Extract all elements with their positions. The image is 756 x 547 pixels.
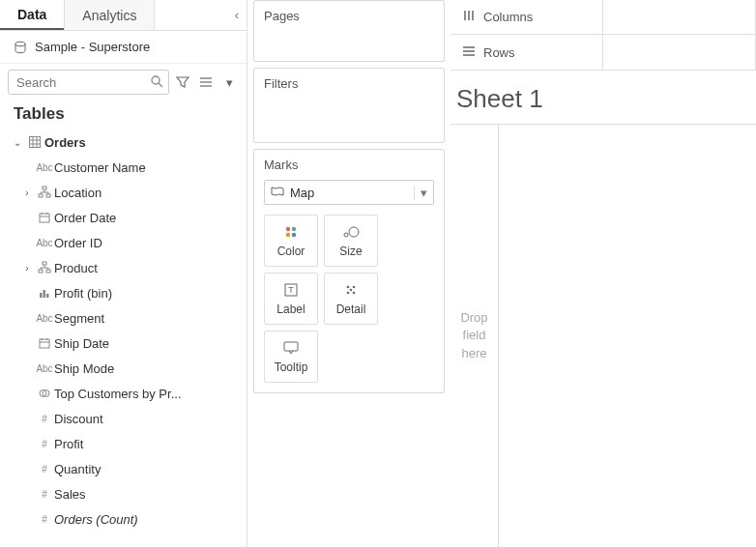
collapse-icon[interactable]: ⌄ (10, 137, 25, 148)
date-icon (35, 337, 54, 349)
svg-rect-18 (43, 262, 46, 265)
marks-detail[interactable]: Detail (324, 273, 378, 325)
rows-shelf[interactable]: Rows (451, 35, 756, 70)
field-profit-bin[interactable]: Profit (bin) (0, 280, 247, 305)
field-profit[interactable]: #Profit (0, 431, 247, 456)
svg-line-2 (159, 83, 162, 87)
svg-point-33 (292, 233, 296, 237)
viz-canvas[interactable] (499, 124, 756, 547)
histogram-icon (35, 287, 54, 299)
svg-rect-22 (44, 290, 46, 298)
marks-size-label: Size (339, 245, 362, 258)
mark-type-label: Map (290, 186, 314, 200)
chevron-down-icon: ▾ (414, 186, 427, 200)
svg-rect-23 (46, 294, 49, 298)
abc-icon: Abc (35, 162, 54, 173)
datasource-icon (14, 41, 27, 54)
tab-data[interactable]: Data (0, 0, 64, 30)
view-list-icon[interactable] (196, 72, 216, 92)
marks-label-label: Label (276, 302, 305, 316)
table-label: Orders (44, 135, 241, 150)
field-label: Sales (54, 487, 241, 502)
abc-icon: Abc (35, 363, 54, 374)
marks-detail-label: Detail (336, 302, 366, 316)
search-icon (150, 74, 163, 91)
number-icon: # (35, 439, 54, 449)
field-label: Ship Date (54, 336, 241, 351)
filters-title: Filters (254, 69, 444, 99)
svg-rect-14 (40, 214, 49, 222)
worksheet-pane: Columns Rows Sheet 1 Dropfieldhere (451, 0, 756, 547)
field-label: Ship Mode (54, 361, 241, 376)
number-icon: # (35, 464, 54, 475)
field-tree: ⌄ Orders AbcCustomer Name ›Location Orde… (0, 130, 247, 547)
data-toolbar: ▾ (0, 64, 247, 101)
datasource-row[interactable]: Sample - Superstore (0, 31, 247, 64)
search-input[interactable] (8, 70, 169, 95)
svg-point-34 (344, 233, 348, 237)
pages-card[interactable]: Pages (253, 0, 445, 62)
filters-card[interactable]: Filters (253, 68, 445, 143)
marks-title: Marks (254, 150, 444, 180)
mark-type-dropdown[interactable]: Map ▾ (264, 180, 434, 205)
pages-title: Pages (254, 1, 444, 31)
table-orders[interactable]: ⌄ Orders (0, 130, 247, 155)
svg-point-41 (347, 292, 350, 295)
svg-rect-13 (46, 194, 50, 197)
marks-tooltip-label: Tooltip (275, 360, 308, 374)
tooltip-icon (283, 339, 299, 357)
color-icon (283, 223, 299, 241)
field-label: Order ID (54, 236, 241, 250)
field-location[interactable]: ›Location (0, 180, 247, 205)
field-order-date[interactable]: Order Date (0, 205, 247, 230)
field-customer-name[interactable]: AbcCustomer Name (0, 155, 247, 180)
tab-analytics[interactable]: Analytics (64, 0, 155, 30)
field-label: Orders (Count) (54, 512, 241, 527)
collapse-pane-icon[interactable]: ‹ (227, 0, 247, 30)
expand-icon[interactable]: › (19, 263, 35, 274)
field-quantity[interactable]: #Quantity (0, 456, 247, 481)
rows-drop[interactable] (603, 35, 756, 70)
field-top-customers[interactable]: Top Customers by Pr... (0, 381, 247, 406)
svg-point-30 (286, 227, 290, 231)
svg-point-42 (353, 292, 356, 295)
field-label: Profit (54, 437, 241, 451)
detail-icon (344, 281, 358, 299)
field-sales[interactable]: #Sales (0, 481, 247, 506)
marks-label[interactable]: T Label (264, 273, 318, 325)
field-orders-count[interactable]: #Orders (Count) (0, 506, 247, 532)
field-label: Order Date (54, 211, 241, 225)
svg-point-1 (152, 76, 160, 84)
side-tabs: Data Analytics ‹ (0, 0, 247, 31)
columns-label: Columns (483, 10, 533, 24)
hierarchy-icon (35, 187, 54, 198)
marks-color[interactable]: Color (264, 215, 318, 267)
sheet-title[interactable]: Sheet 1 (451, 71, 756, 124)
date-icon (35, 212, 54, 223)
field-segment[interactable]: AbcSegment (0, 305, 247, 331)
svg-point-35 (349, 227, 359, 237)
filter-icon[interactable] (173, 72, 192, 92)
columns-shelf[interactable]: Columns (451, 0, 756, 35)
data-pane: Data Analytics ‹ Sample - Superstore (0, 0, 247, 547)
marks-tooltip[interactable]: Tooltip (264, 331, 318, 383)
size-icon (342, 223, 360, 241)
svg-rect-43 (284, 342, 298, 351)
marks-size[interactable]: Size (324, 215, 378, 267)
dropdown-caret-icon[interactable]: ▾ (219, 72, 239, 92)
columns-drop[interactable] (603, 0, 756, 34)
field-ship-date[interactable]: Ship Date (0, 331, 247, 356)
field-order-id[interactable]: AbcOrder ID (0, 230, 247, 255)
field-label: Discount (54, 412, 241, 426)
rows-icon (462, 45, 476, 60)
field-discount[interactable]: #Discount (0, 406, 247, 431)
expand-icon[interactable]: › (19, 187, 35, 198)
row-header-dropzone[interactable]: Dropfieldhere (451, 124, 499, 547)
field-ship-mode[interactable]: AbcShip Mode (0, 356, 247, 381)
field-label: Top Customers by Pr... (54, 387, 241, 401)
field-product[interactable]: ›Product (0, 255, 247, 280)
marks-card: Marks Map ▾ Color Size T Label (253, 149, 445, 393)
table-icon (25, 136, 44, 148)
svg-rect-19 (39, 270, 43, 273)
number-icon: # (35, 414, 54, 424)
